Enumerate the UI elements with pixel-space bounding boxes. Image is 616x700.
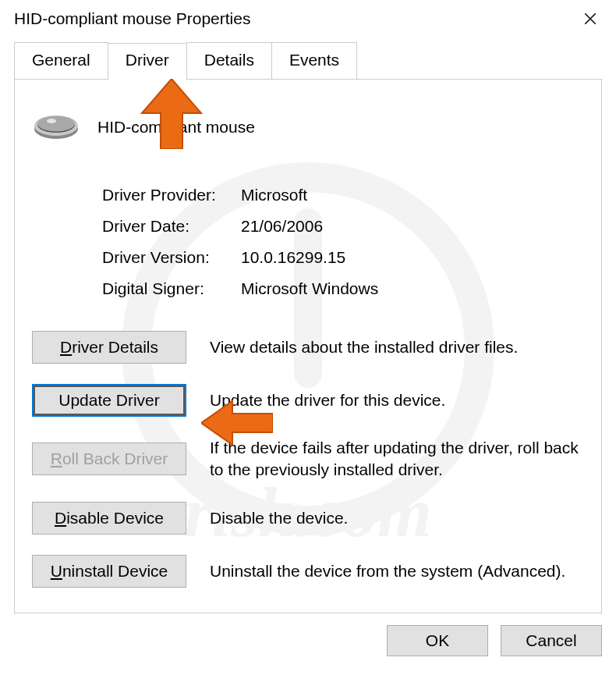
driver-info: Driver Provider: Microsoft Driver Date: … [102,179,584,304]
tab-panel-driver: HID-compliant mouse Driver Provider: Mic… [14,79,602,613]
mouse-icon [32,103,80,151]
action-row-uninstall: Uninstall Device Uninstall the device fr… [32,555,584,588]
window-title: HID-compliant mouse Properties [14,9,250,28]
info-row-version: Driver Version: 10.0.16299.15 [102,242,584,273]
action-row-rollback: Roll Back Driver If the device fails aft… [32,437,584,481]
info-value: Microsoft Windows [241,279,378,298]
info-label: Driver Date: [102,217,241,236]
info-label: Digital Signer: [102,279,241,298]
svg-point-7 [47,119,56,123]
info-value: 21/06/2006 [241,217,323,236]
device-header: HID-compliant mouse [32,103,584,151]
uninstall-device-button[interactable]: Uninstall Device [32,555,186,588]
cancel-button[interactable]: Cancel [501,625,602,656]
info-row-signer: Digital Signer: Microsoft Windows [102,273,584,304]
tab-strip: General Driver Details Events [14,42,616,80]
info-row-provider: Driver Provider: Microsoft [102,179,584,211]
disable-device-button[interactable]: Disable Device [32,502,186,535]
action-row-details: Driver Details View details about the in… [32,331,584,364]
update-driver-button[interactable]: Update Driver [32,384,186,417]
close-button[interactable] [582,10,599,27]
tab-driver[interactable]: Driver [108,43,187,80]
dialog-buttons: OK Cancel [0,625,616,670]
action-desc: Disable the device. [210,507,584,529]
driver-actions: Driver Details View details about the in… [32,331,584,588]
action-row-update: Update Driver Update the driver for this… [32,384,584,417]
tab-events[interactable]: Events [271,42,357,80]
action-desc: Uninstall the device from the system (Ad… [210,560,584,582]
info-value: Microsoft [241,186,307,204]
tab-details[interactable]: Details [186,42,272,80]
roll-back-driver-button: Roll Back Driver [32,442,186,475]
action-desc: View details about the installed driver … [210,336,584,358]
device-name: HID-compliant mouse [97,118,255,137]
titlebar: HID-compliant mouse Properties [0,0,616,42]
info-label: Driver Provider: [102,186,241,204]
info-label: Driver Version: [102,248,241,267]
tab-general[interactable]: General [14,42,108,80]
ok-button[interactable]: OK [387,625,488,656]
action-row-disable: Disable Device Disable the device. [32,502,584,535]
close-icon [583,12,597,26]
driver-details-button[interactable]: Driver Details [32,331,186,364]
svg-point-6 [37,116,75,132]
info-value: 10.0.16299.15 [241,248,345,267]
action-desc: Update the driver for this device. [210,389,584,411]
action-desc: If the device fails after updating the d… [210,437,584,481]
info-row-date: Driver Date: 21/06/2006 [102,211,584,242]
